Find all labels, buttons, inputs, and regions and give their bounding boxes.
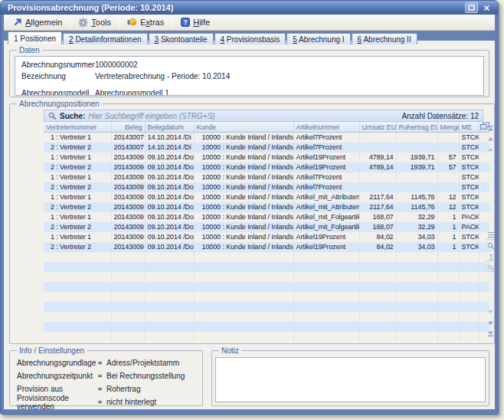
toolbar-button-extras[interactable]: Extras — [122, 15, 169, 30]
table-row[interactable]: 1 : Vertreter 12014300909.10.2014 /Do100… — [44, 153, 489, 162]
cell-rohertrag-eur — [396, 302, 437, 312]
cell-menge — [437, 332, 459, 342]
table-row[interactable]: 1 : Vertreter 12014300909.10.2014 /Do100… — [44, 192, 489, 202]
cell-vertreternummer — [44, 322, 111, 332]
table-row[interactable]: 1 : Vertreter 12014300909.10.2014 /Do100… — [44, 232, 489, 242]
toolbar-button-allgemein[interactable]: Allgemein — [7, 15, 67, 30]
info-fieldset: Info / Einstellungen Abrechnungsgrundlag… — [9, 346, 203, 406]
scroll-down-icon[interactable] — [486, 318, 495, 327]
close-button[interactable] — [480, 2, 493, 13]
cell-umsatz-eur — [359, 262, 396, 272]
cell-me: STCK — [459, 143, 479, 153]
field-value: Abrechnungsmodell 1 — [95, 88, 477, 96]
table-row[interactable]: 2 : Vertreter 22014300909.10.2014 /Do100… — [44, 222, 489, 232]
search-input[interactable]: Hier Suchbegriff eingeben (STRG+S) — [88, 112, 398, 120]
column-header-me[interactable]: ME — [459, 122, 479, 133]
cell-rohertrag-eur — [396, 332, 437, 342]
table-row[interactable]: 1 : Vertreter 12014300909.10.2014 /Do100… — [44, 172, 489, 182]
magnifier-icon[interactable] — [486, 241, 495, 251]
cell-kunde: 10000 : Kunde Inland / Inlandsort — [194, 143, 293, 153]
info-row-provisionscode-verwenden: Provisionscode verwenden=nicht hinterleg… — [15, 395, 198, 409]
cell-me — [459, 292, 479, 302]
column-header-menge[interactable]: Menge — [437, 122, 459, 133]
table-header-row: VertreternummerBelegBelegdatumKundeArtik… — [44, 122, 489, 133]
toolbar-button-label: Tools — [91, 18, 111, 27]
cell-vertreternummer — [44, 282, 111, 292]
equals-bullet-icon: = — [98, 399, 106, 406]
cell-menge — [437, 272, 459, 282]
cell-umsatz-eur: 4789,14 — [359, 162, 396, 172]
cell-artikelnummer — [293, 322, 359, 332]
cell-belegdatum: 09.10.2014 /Do — [145, 242, 194, 252]
table-row[interactable]: 2 : Vertreter 22014300909.10.2014 /Do100… — [44, 162, 489, 172]
gear-icon — [78, 18, 88, 28]
info-label: Abrechnungsgrundlage — [17, 359, 98, 367]
cell-kunde: 10000 : Kunde Inland / Inlandsort — [194, 182, 293, 192]
empty-row — [44, 272, 489, 282]
info-row-abrechnungsgrundlage: Abrechnungsgrundlage=Adress/Projektstamm — [15, 356, 198, 369]
view-rows-icon[interactable] — [486, 231, 495, 240]
scroll-down-line-icon[interactable] — [486, 307, 495, 317]
cell-artikelnummer: Artikel_mit_Folgeartikel — [293, 222, 359, 232]
column-header-kunde[interactable]: Kunde — [194, 122, 293, 133]
tab-5-abrechnung-i[interactable]: 5 Abrechnung I — [286, 33, 350, 44]
sum-icon[interactable]: Σ — [486, 252, 495, 261]
column-header-umsatz-eur[interactable]: Umsatz EUR — [359, 122, 396, 133]
tab-2-detailinformationen[interactable]: 2 Detailinformationen — [63, 33, 148, 44]
cell-rohertrag-eur — [396, 292, 437, 302]
column-header-belegdatum[interactable]: Belegdatum — [145, 122, 194, 133]
cell-beleg — [111, 322, 145, 332]
cell-vertreternummer — [44, 272, 111, 282]
restore-button[interactable] — [465, 2, 478, 13]
table-row[interactable]: 2 : Vertreter 22014300909.10.2014 /Do100… — [44, 242, 489, 252]
cell-umsatz-eur: 2117,64 — [359, 192, 396, 202]
cell-rohertrag-eur: 34,03 — [396, 232, 437, 242]
percent-icon[interactable]: % — [486, 263, 495, 272]
scroll-bottom-icon[interactable] — [486, 329, 495, 338]
column-header-artikelnummer[interactable]: Artikelnummer — [293, 122, 359, 133]
table-row[interactable]: 2 : Vertreter 22014300714.10.2014 /Di100… — [44, 143, 489, 153]
close-icon — [483, 5, 490, 11]
bottom-panels: Info / Einstellungen Abrechnungsgrundlag… — [9, 346, 489, 406]
cell-vertreternummer: 1 : Vertreter 1 — [44, 133, 111, 143]
scroll-up-line-icon[interactable] — [486, 145, 495, 154]
notiz-legend: Notiz — [219, 346, 241, 355]
toolbar-separator — [172, 17, 172, 28]
table-row[interactable]: 2 : Vertreter 22014300909.10.2014 /Do100… — [44, 202, 489, 212]
empty-row — [44, 302, 489, 312]
cell-kunde — [194, 282, 293, 292]
info-legend: Info / Einstellungen — [17, 346, 87, 355]
cell-kunde: 10000 : Kunde Inland / Inlandsort — [194, 232, 293, 242]
column-header-rohertrag-eur[interactable]: Rohertrag EUR — [396, 122, 437, 133]
cell-menge — [437, 262, 459, 272]
cell-beleg: 20143007 — [111, 133, 145, 143]
cell-rohertrag-eur — [396, 133, 437, 143]
scroll-up-icon[interactable] — [486, 134, 495, 143]
notiz-textarea[interactable] — [215, 357, 486, 402]
column-header-beleg[interactable]: Beleg — [111, 122, 145, 133]
cell-beleg: 20143007 — [111, 143, 145, 153]
tab-6-abrechnung-ii[interactable]: 6 Abrechnung II — [352, 33, 417, 44]
cell-belegdatum — [145, 302, 194, 312]
cell-menge: 1 — [437, 232, 459, 242]
tab-4-provisionsbasis[interactable]: 4 Provisionsbasis — [214, 33, 286, 44]
tab-1-positionen[interactable]: 1 Positionen — [8, 31, 62, 44]
cell-belegdatum — [145, 252, 194, 262]
toolbar-button-hilfe[interactable]: ?Hilfe — [175, 15, 215, 30]
cell-beleg — [111, 262, 145, 272]
table-row[interactable]: 1 : Vertreter 12014300714.10.2014 /Di100… — [44, 133, 489, 143]
empty-row — [44, 252, 489, 262]
tab-3-skontoanteile[interactable]: 3 Skontoanteile — [149, 33, 214, 44]
table-row[interactable]: 1 : Vertreter 12014300909.10.2014 /Do100… — [44, 212, 489, 222]
table-row[interactable]: 2 : Vertreter 22014300909.10.2014 /Do100… — [44, 182, 489, 192]
toolbar-button-tools[interactable]: Tools — [73, 15, 116, 30]
cell-artikelnummer: Artikel7Prozent — [293, 133, 359, 143]
daten-panel: Abrechnungsnummer1000000002BezeichnungVe… — [15, 56, 484, 96]
scroll-top-icon[interactable] — [486, 123, 495, 133]
column-header-vertreternummer[interactable]: Vertreternummer — [44, 122, 111, 133]
cell-belegdatum: 09.10.2014 /Do — [145, 182, 194, 192]
cell-kunde: 10000 : Kunde Inland / Inlandsort — [194, 192, 293, 202]
cell-beleg: 20143009 — [111, 162, 145, 172]
restore-icon — [468, 5, 475, 11]
info-label: Provisionscode verwenden — [17, 394, 98, 410]
